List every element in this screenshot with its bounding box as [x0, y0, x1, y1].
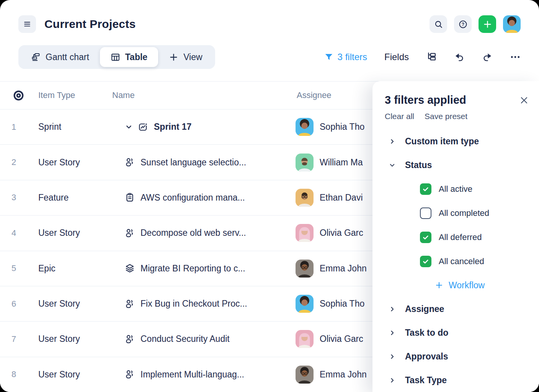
user-story-icon [125, 157, 135, 167]
filter-section-label: Assignee [405, 304, 444, 314]
tab-add-view[interactable]: View [158, 47, 213, 67]
assignee-name: Emma John [320, 369, 367, 380]
clear-all-link[interactable]: Clear all [385, 112, 414, 121]
filter-option[interactable]: All active [385, 177, 529, 201]
svg-text:?: ? [461, 21, 464, 27]
sprint-icon [138, 122, 148, 132]
filter-section-label: Approvals [405, 351, 448, 362]
item-type-cell: Sprint [28, 122, 112, 132]
search-button[interactable] [430, 15, 447, 33]
gear-icon[interactable] [10, 87, 28, 105]
chevron-down-icon[interactable] [125, 123, 133, 131]
filter-section: Approvals [385, 345, 529, 368]
checkbox-checked[interactable] [420, 256, 431, 267]
tab-gantt-chart[interactable]: Gantt chart [20, 47, 100, 67]
app-window: Current Projects ? Gantt chart Table Vie… [0, 0, 539, 392]
tab-label: Table [125, 52, 147, 62]
filter-option[interactable]: All completed [385, 201, 529, 225]
toolbar: 3 filters Fields [324, 45, 521, 69]
item-name: Fix Bug in Checkout Proc... [140, 299, 247, 309]
avatar [296, 189, 314, 207]
filter-section-label: Custom item type [405, 136, 479, 147]
hierarchy-icon[interactable] [426, 52, 437, 62]
filter-section-header[interactable]: Task to do [385, 321, 529, 345]
filter-section-label: Task Type [405, 375, 447, 385]
filter-section-header[interactable]: Assignee [385, 297, 529, 321]
name-cell[interactable]: Migrate BI Reporting to c... [112, 263, 291, 274]
chevron-right-icon [389, 377, 396, 384]
assignee-name: Olivia Garc [320, 334, 363, 344]
name-cell[interactable]: Sunset language selectio... [112, 157, 291, 168]
filter-option-label: All deferred [439, 232, 482, 242]
item-type-cell: Feature [28, 193, 112, 203]
filter-icon [324, 52, 333, 62]
help-icon: ? [458, 20, 468, 29]
user-avatar[interactable] [503, 15, 521, 33]
filter-section-header[interactable]: Status [385, 153, 529, 177]
item-type-cell: User Story [28, 369, 112, 380]
filters-button[interactable]: 3 filters [324, 52, 367, 62]
workflow-label: Workflow [449, 280, 485, 291]
checkbox-checked[interactable] [420, 232, 431, 243]
feature-icon [125, 193, 135, 203]
fields-button[interactable]: Fields [384, 52, 409, 62]
menu-button[interactable] [18, 15, 36, 33]
name-cell[interactable]: Conduct Security Audit [112, 334, 291, 344]
save-preset-link[interactable]: Save preset [425, 112, 467, 121]
item-name: AWS configuration mana... [140, 193, 245, 203]
assignee-name: Ethan Davi [320, 193, 363, 203]
header-actions: ? [430, 15, 521, 33]
row-number: 5 [0, 263, 28, 273]
search-icon [434, 20, 443, 29]
chevron-down-icon [389, 162, 396, 169]
filter-option[interactable]: All canceled [385, 249, 529, 273]
checkbox-unchecked[interactable] [420, 207, 431, 219]
add-button[interactable] [479, 15, 496, 33]
close-icon[interactable] [519, 95, 529, 105]
column-header-name[interactable]: Name [112, 90, 291, 100]
filter-section-label: Status [405, 160, 432, 170]
plus-icon [435, 281, 443, 289]
redo-icon[interactable] [482, 52, 493, 62]
filters-panel-title: 3 filters applied [385, 94, 466, 106]
item-name: Sunset language selectio... [140, 157, 246, 168]
item-type-cell: User Story [28, 334, 112, 344]
row-number: 4 [0, 228, 28, 238]
item-type-cell: User Story [28, 228, 112, 238]
tab-table[interactable]: Table [100, 47, 158, 67]
tab-label: View [183, 52, 202, 62]
undo-icon[interactable] [454, 52, 465, 62]
help-button[interactable]: ? [454, 15, 472, 33]
name-cell[interactable]: AWS configuration mana... [112, 193, 291, 203]
column-header-item-type[interactable]: Item Type [28, 90, 112, 100]
filter-section-header[interactable]: Custom item type [385, 129, 529, 153]
item-name: Decompose old web serv... [140, 228, 246, 238]
filters-label: 3 filters [338, 52, 367, 62]
filter-section-header[interactable]: Task Type [385, 368, 529, 392]
filter-section: Task Type [385, 368, 529, 392]
more-icon[interactable] [510, 52, 521, 62]
name-cell[interactable]: Fix Bug in Checkout Proc... [112, 299, 291, 309]
item-type-cell: Epic [28, 263, 112, 274]
item-name: Implement Multi-languag... [140, 369, 244, 380]
user-story-icon [125, 369, 135, 379]
name-cell[interactable]: Sprint 17 [112, 122, 291, 132]
filter-option[interactable]: All deferred [385, 225, 529, 249]
epic-icon [125, 263, 135, 273]
row-number: 8 [0, 369, 28, 379]
add-workflow-button[interactable]: Workflow [385, 273, 529, 297]
checkbox-checked[interactable] [420, 183, 431, 195]
filter-section: Status All active All completed All defe… [385, 153, 529, 297]
avatar [296, 224, 314, 242]
filter-option-label: All active [439, 184, 472, 194]
chevron-right-icon [389, 138, 396, 145]
table-icon [111, 52, 120, 62]
row-number: 1 [0, 122, 28, 132]
name-cell[interactable]: Decompose old web serv... [112, 228, 291, 238]
name-cell[interactable]: Implement Multi-languag... [112, 369, 291, 380]
view-tabbar: Gantt chart Table View [18, 45, 215, 69]
row-number: 2 [0, 157, 28, 167]
filter-section-header[interactable]: Approvals [385, 345, 529, 368]
item-type-cell: User Story [28, 157, 112, 168]
page-title: Current Projects [44, 18, 136, 31]
